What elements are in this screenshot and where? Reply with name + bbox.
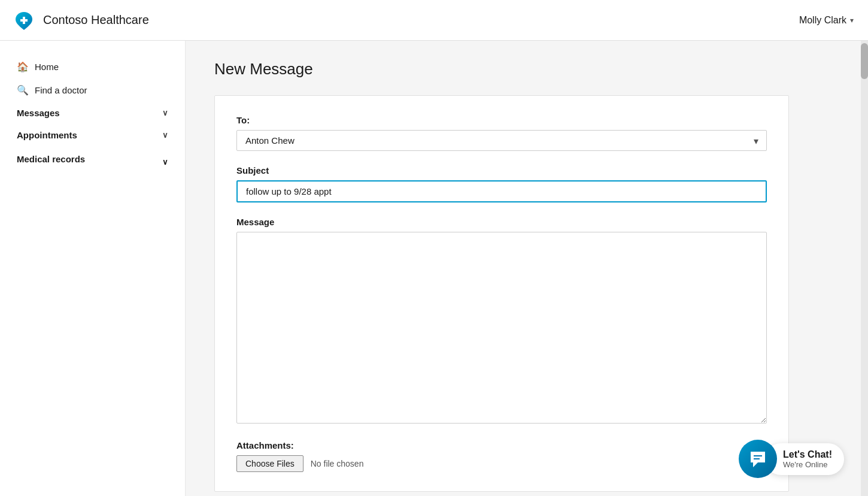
appointments-chevron-icon: ∨ (162, 131, 168, 140)
brand: Contoso Healthcare (12, 8, 149, 32)
message-textarea[interactable] (236, 232, 767, 424)
medical-records-chevron-icon: ∨ (162, 152, 168, 165)
to-select[interactable]: Anton Chew (236, 130, 767, 151)
sidebar-item-home[interactable]: 🏠 Home (0, 55, 185, 78)
attachments-row: Choose Files No file chosen (236, 455, 767, 472)
scrollbar[interactable] (861, 41, 868, 496)
sidebar-item-find-doctor[interactable]: 🔍 Find a doctor (0, 78, 185, 102)
attachments-section: Attachments: Choose Files No file chosen (236, 440, 767, 472)
header: Contoso Healthcare Molly Clark ▾ (0, 0, 868, 41)
sidebar-item-medical-records[interactable]: Medical records ∨ (0, 146, 185, 171)
message-label: Message (236, 217, 767, 227)
messages-chevron-icon: ∨ (162, 108, 168, 117)
chat-title: Let's Chat! (783, 449, 832, 460)
home-icon: 🏠 (17, 61, 29, 72)
sidebar-item-appointments[interactable]: Appointments ∨ (0, 124, 185, 146)
chat-widget[interactable]: Let's Chat! We're Online (739, 440, 844, 478)
user-menu[interactable]: Molly Clark ▾ (799, 15, 854, 26)
user-name: Molly Clark (799, 15, 846, 26)
message-field-group: Message (236, 217, 767, 426)
chat-subtitle: We're Online (783, 460, 832, 469)
sidebar-item-messages[interactable]: Messages ∨ (0, 102, 185, 124)
to-label: To: (236, 115, 767, 125)
brand-name: Contoso Healthcare (43, 13, 149, 27)
sidebar-medical-records-label: Medical records (17, 154, 85, 164)
find-doctor-icon: 🔍 (17, 84, 29, 96)
main-layout: 🏠 Home 🔍 Find a doctor Messages ∨ Appoin… (0, 41, 868, 496)
sidebar-item-home-label: Home (35, 62, 59, 72)
chat-icon-button[interactable] (739, 440, 777, 478)
subject-field-group: Subject (236, 165, 767, 202)
sidebar-messages-label: Messages (17, 108, 60, 118)
new-message-form: To: Anton Chew Subject Message Attachmen… (214, 95, 789, 492)
attachments-label: Attachments: (236, 440, 767, 450)
svg-rect-1 (754, 458, 760, 459)
no-file-chosen-text: No file chosen (311, 459, 364, 468)
to-select-wrapper: Anton Chew (236, 130, 767, 151)
content-area: New Message To: Anton Chew Subject Messa… (186, 41, 861, 496)
scrollbar-thumb[interactable] (861, 43, 868, 79)
svg-rect-0 (754, 455, 762, 456)
choose-files-button[interactable]: Choose Files (236, 455, 304, 472)
page-title: New Message (214, 60, 832, 78)
subject-label: Subject (236, 165, 767, 176)
to-field-group: To: Anton Chew (236, 115, 767, 151)
sidebar-appointments-label: Appointments (17, 130, 77, 140)
chat-icon (748, 449, 767, 468)
user-menu-chevron-icon: ▾ (850, 16, 854, 25)
brand-logo (12, 8, 36, 32)
sidebar: 🏠 Home 🔍 Find a doctor Messages ∨ Appoin… (0, 41, 186, 496)
subject-input[interactable] (236, 180, 767, 202)
sidebar-item-find-doctor-label: Find a doctor (35, 85, 87, 95)
